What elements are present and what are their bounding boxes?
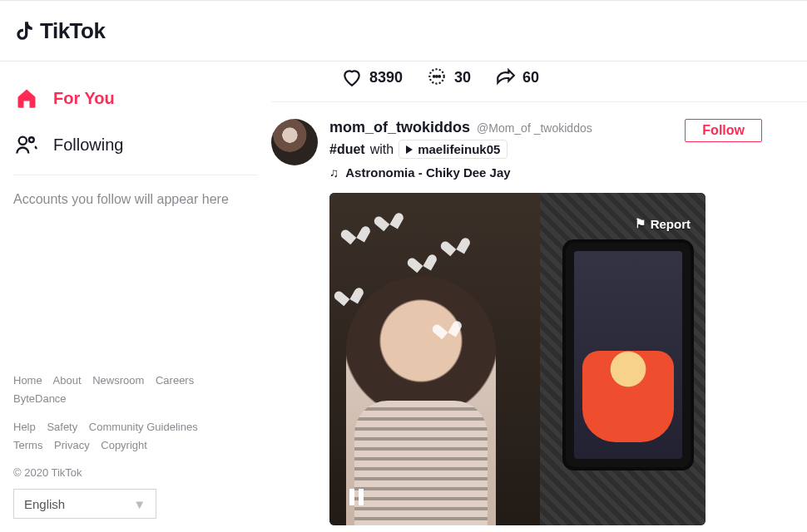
nav-for-you-label: For You [53, 89, 115, 108]
feed: 8390 30 60 mom_of_twokiddos @Mom_of _two… [271, 62, 807, 532]
following-hint: Accounts you follow will appear here [13, 189, 258, 210]
comment-count: 30 [454, 69, 471, 86]
duet-username: maelifeinuk05 [418, 142, 500, 156]
share-icon [494, 66, 516, 88]
footer-link[interactable]: Copyright [101, 439, 147, 451]
page-body: For You Following Accounts you follow wi… [0, 62, 807, 532]
svg-point-3 [433, 76, 435, 77]
footer-link[interactable]: Newsroom [92, 374, 144, 387]
like-stat[interactable]: 8390 [341, 66, 403, 88]
divider [13, 175, 258, 175]
footer-link[interactable]: Privacy [54, 439, 90, 451]
share-count: 60 [522, 69, 539, 86]
pause-button[interactable] [349, 489, 364, 505]
hashtag[interactable]: #duet [329, 142, 365, 157]
video[interactable]: ⚑ Report [329, 193, 706, 525]
play-icon [406, 145, 413, 154]
video-right-pane [540, 193, 706, 525]
post: mom_of_twokiddos @Mom_of _twokiddos #due… [271, 102, 807, 180]
prev-post-stats: 8390 30 60 [271, 62, 807, 102]
heart-icon [341, 66, 363, 88]
footer: Home About Newsroom Careers ByteDance He… [13, 372, 258, 532]
footer-link[interactable]: Terms [13, 439, 42, 451]
follow-button[interactable]: Follow [685, 119, 762, 142]
footer-link[interactable]: Home [13, 374, 42, 387]
user-handle: @Mom_of _twokiddos [477, 121, 592, 135]
nav-for-you[interactable]: For You [13, 75, 258, 121]
username[interactable]: mom_of_twokiddos [329, 119, 470, 136]
caption-with: with [370, 142, 394, 157]
music-line[interactable]: ♫ Astronomia - Chiky Dee Jay [329, 165, 807, 180]
music-title: Astronomia - Chiky Dee Jay [345, 165, 510, 180]
nav-following-label: Following [53, 135, 123, 155]
music-note-icon: ♫ [329, 165, 339, 180]
brand-name: TikTok [40, 18, 105, 44]
language-select[interactable]: English ▼ [13, 489, 156, 519]
comment-icon [426, 66, 448, 88]
report-label: Report [651, 217, 691, 231]
like-count: 8390 [369, 69, 403, 86]
footer-row-1: Home About Newsroom Careers ByteDance [13, 372, 258, 408]
avatar[interactable] [271, 119, 318, 165]
footer-link[interactable]: Safety [47, 421, 77, 433]
footer-link[interactable]: Careers [156, 374, 194, 387]
home-icon [15, 86, 38, 110]
copyright: © 2020 TikTok [13, 466, 258, 479]
share-stat[interactable]: 60 [494, 66, 539, 88]
footer-link[interactable]: Community Guidelines [89, 421, 198, 433]
svg-point-1 [29, 137, 34, 142]
chevron-down-icon: ▼ [133, 497, 146, 511]
comment-stat[interactable]: 30 [426, 66, 471, 88]
topbar: TikTok [0, 0, 807, 62]
tiktok-logo-icon [13, 20, 35, 42]
svg-point-5 [438, 76, 440, 77]
duet-user-pill[interactable]: maelifeinuk05 [399, 140, 507, 159]
caption: #duet with maelifeinuk05 [329, 140, 807, 159]
footer-link[interactable]: Help [13, 421, 36, 433]
brand[interactable]: TikTok [13, 18, 105, 44]
flag-icon: ⚑ [635, 216, 646, 231]
video-left-pane [329, 193, 540, 525]
sidebar: For You Following Accounts you follow wi… [0, 62, 271, 532]
svg-point-4 [436, 76, 438, 77]
report-button[interactable]: ⚑ Report [635, 216, 691, 231]
people-icon [15, 133, 38, 156]
footer-row-2: Help Safety Community Guidelines Terms P… [13, 418, 258, 455]
language-value: English [24, 497, 65, 511]
nav-following[interactable]: Following [13, 121, 258, 168]
footer-link[interactable]: About [53, 374, 82, 387]
footer-link[interactable]: ByteDance [13, 392, 67, 405]
svg-point-0 [19, 137, 27, 145]
